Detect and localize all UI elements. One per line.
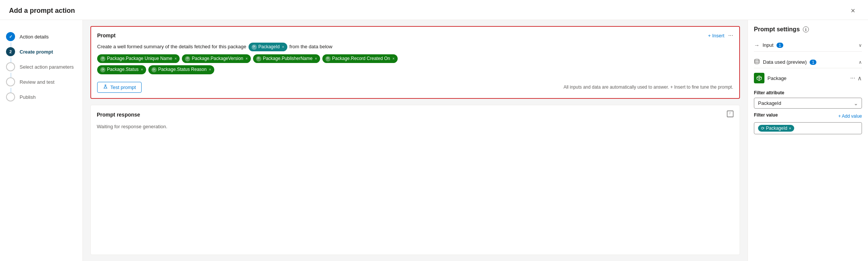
database-icon <box>754 58 760 66</box>
tag-icon-6: ⟳ <box>151 67 157 72</box>
tag-close-2[interactable]: × <box>246 56 248 62</box>
data-item-label: Package <box>767 75 787 81</box>
tags-row-2: ⟳ Package.Status × ⟳ Package.Status Reas… <box>97 65 733 74</box>
tag-close-1[interactable]: × <box>174 56 177 62</box>
tag-package-version[interactable]: ⟳ Package.PackageVersion × <box>182 54 251 63</box>
filter-attribute-label: Filter attribute <box>754 90 862 95</box>
filter-attribute-select[interactable]: PackageId <box>754 98 862 109</box>
tag-icon-4: ⟳ <box>325 56 331 61</box>
tag-label-4: Package.Record Created On <box>332 55 390 62</box>
step-publish[interactable]: Publish <box>6 89 76 104</box>
filter-value-header: Filter value + Add value <box>754 112 862 120</box>
step-circle-3 <box>6 62 15 71</box>
info-icon: ℹ <box>803 26 809 32</box>
tag-icon-5: ⟳ <box>100 67 105 72</box>
value-tag-label: PackageId <box>766 126 787 131</box>
input-badge: 1 <box>776 43 783 48</box>
filter-value-tag[interactable]: ⟳ PackageId × <box>758 125 794 132</box>
input-section-left: → Input 1 <box>754 42 783 48</box>
value-tag-icon: ⟳ <box>761 126 764 131</box>
prompt-text-suffix: from the data below <box>290 43 333 51</box>
package-id-icon: ⟳ <box>252 45 257 50</box>
step-label-5: Publish <box>20 94 36 100</box>
dialog-header: Add a prompt action × <box>0 0 868 20</box>
tag-record-created-on[interactable]: ⟳ Package.Record Created On × <box>322 54 398 63</box>
filter-attribute-select-wrapper[interactable]: PackageId <box>754 98 862 109</box>
add-value-label: + Add value <box>838 114 862 119</box>
test-prompt-button[interactable]: Test prompt <box>97 82 142 93</box>
data-item-more-button[interactable]: ··· <box>850 75 855 81</box>
data-item-collapse-button[interactable]: ∧ <box>857 75 862 82</box>
prompt-content: Create a well formed summary of the deta… <box>97 43 733 77</box>
data-item-left: Package <box>754 73 787 83</box>
package-id-label: PackageId <box>258 43 280 51</box>
response-header: Prompt response <box>97 111 734 119</box>
tag-close-6[interactable]: × <box>209 67 211 73</box>
input-section-row[interactable]: → Input 1 ∨ <box>754 39 862 52</box>
step-label-2: Create prompt <box>20 49 53 55</box>
data-item-package: Package ··· ∧ <box>754 68 862 86</box>
tag-label-2: Package.PackageVersion <box>192 55 243 62</box>
data-used-header[interactable]: Data used (preview) 1 ∧ <box>754 56 862 68</box>
tag-close-4[interactable]: × <box>392 56 395 62</box>
value-tag-close[interactable]: × <box>789 126 791 130</box>
step-action-details[interactable]: ✓ Action details <box>6 29 76 44</box>
tag-close-5[interactable]: × <box>141 67 143 73</box>
step-circle-4 <box>6 77 15 86</box>
data-used-section: Data used (preview) 1 ∧ Package ··· ∧ <box>754 56 862 134</box>
filter-attribute-section: Filter attribute PackageId <box>754 90 862 109</box>
data-item-actions: ··· ∧ <box>850 75 862 82</box>
prompt-more-button[interactable]: ··· <box>728 32 733 39</box>
package-icon <box>754 73 764 83</box>
add-value-button[interactable]: + Add value <box>838 114 862 119</box>
step-label-3: Select action parameters <box>20 64 74 70</box>
close-button[interactable]: × <box>847 5 859 17</box>
input-label: Input <box>763 42 773 48</box>
package-id-tag[interactable]: ⟳ PackageId × <box>249 43 287 51</box>
tag-package-status[interactable]: ⟳ Package.Status × <box>97 65 146 74</box>
prompt-actions: + Insert ··· <box>708 32 733 39</box>
right-panel-title: Prompt settings <box>754 26 800 33</box>
tag-status-reason[interactable]: ⟳ Package.Status Reason × <box>148 65 214 74</box>
expand-response-button[interactable] <box>727 111 734 119</box>
dialog-title: Add a prompt action <box>9 7 75 15</box>
response-box: Prompt response Waiting for response gen… <box>90 105 740 255</box>
tag-package-unique-name[interactable]: ⟳ Package.Package Unique Name × <box>97 54 180 63</box>
step-review-test[interactable]: Review and test <box>6 74 76 89</box>
tag-close-3[interactable]: × <box>315 56 317 62</box>
prompt-hint: All inputs and data are automatically us… <box>563 84 733 90</box>
right-panel: Prompt settings ℹ → Input 1 ∨ Data used … <box>747 20 868 261</box>
filter-value-label: Filter value <box>754 112 778 118</box>
data-used-left: Data used (preview) 1 <box>754 58 816 66</box>
center-content: Prompt + Insert ··· Create a well formed… <box>83 20 747 261</box>
prompt-title: Prompt <box>97 32 116 38</box>
flask-icon <box>103 84 108 90</box>
test-prompt-label: Test prompt <box>110 84 136 90</box>
tag-label-1: Package.Package Unique Name <box>107 55 172 62</box>
package-id-close[interactable]: × <box>282 44 284 50</box>
tag-publisher-name[interactable]: ⟳ Package.PublisherName × <box>253 54 320 63</box>
tag-label-5: Package.Status <box>107 66 139 73</box>
data-used-label: Data used (preview) <box>763 59 807 65</box>
step-create-prompt[interactable]: 2 Create prompt <box>6 44 76 59</box>
insert-button[interactable]: + Insert <box>708 33 725 38</box>
tag-icon-1: ⟳ <box>100 56 105 61</box>
step-label-4: Review and test <box>20 79 55 85</box>
response-waiting-text: Waiting for response generation. <box>97 124 167 129</box>
prompt-footer: Test prompt All inputs and data are auto… <box>97 82 733 93</box>
step-label-1: Action details <box>20 34 49 40</box>
filter-value-box: ⟳ PackageId × <box>754 122 862 134</box>
data-used-badge: 1 <box>810 60 816 65</box>
steps-sidebar: ✓ Action details 2 Create prompt Select … <box>0 20 83 261</box>
tag-label-6: Package.Status Reason <box>158 66 207 73</box>
tag-icon-3: ⟳ <box>256 56 261 61</box>
tag-label-3: Package.PublisherName <box>263 55 313 62</box>
tag-icon-2: ⟳ <box>185 56 190 61</box>
right-panel-header: Prompt settings ℹ <box>754 26 862 33</box>
step-select-params[interactable]: Select action parameters <box>6 59 76 74</box>
prompt-text-line1: Create a well formed summary of the deta… <box>97 43 733 51</box>
prompt-text-prefix: Create a well formed summary of the deta… <box>97 43 246 51</box>
input-arrow-icon: → <box>754 42 760 48</box>
prompt-header: Prompt + Insert ··· <box>97 32 733 39</box>
tags-row-1: ⟳ Package.Package Unique Name × ⟳ Packag… <box>97 54 733 63</box>
